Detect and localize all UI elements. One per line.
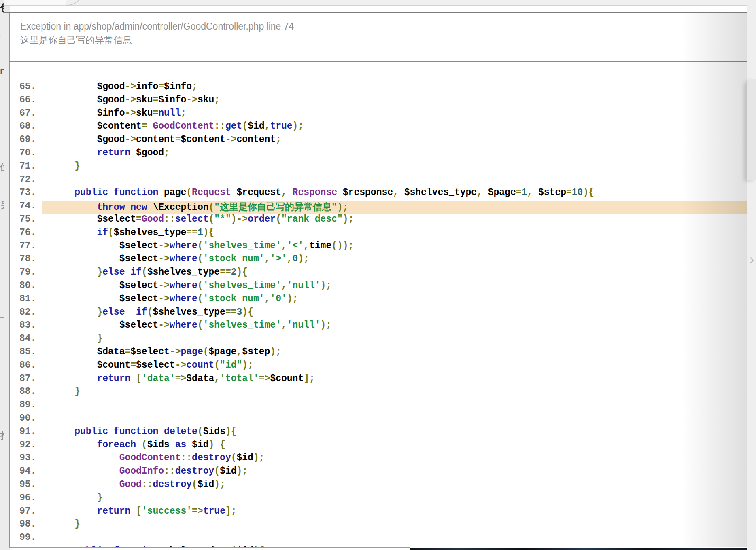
code-line: 82. }else if($shelves_type==3){ (10, 307, 747, 320)
code-text: $select->where('shelves_time','<',time()… (42, 241, 747, 254)
line-number: 86. (10, 360, 42, 373)
line-number: 89. (10, 400, 42, 413)
code-line: 83. $select->where('shelves_time','null'… (10, 320, 747, 333)
code-line: 88. } (10, 386, 747, 400)
line-number: 97. (10, 506, 42, 519)
line-number: 69. (10, 134, 42, 148)
line-number: 95. (10, 479, 42, 493)
line-number: 79. (10, 267, 42, 280)
code-text: return $good; (42, 148, 747, 161)
line-number: 83. (10, 320, 42, 333)
exception-header: Exception in app/shop/admin/controller/G… (10, 12, 747, 47)
page-edge-fragment: 上 (0, 308, 4, 321)
code-text: } (42, 161, 747, 174)
panel-bottom-border (9, 547, 410, 548)
code-line: 95. Good::destroy($id); (10, 479, 747, 493)
code-text (42, 413, 747, 426)
line-number: 75. (10, 214, 42, 227)
code-text (42, 174, 747, 188)
page-edge-fragment: 另 (0, 199, 4, 212)
code-text: }else if($shelves_type==3){ (42, 307, 747, 320)
code-text: } (42, 493, 747, 506)
code-line: 99. (10, 532, 747, 546)
line-number: 74. (10, 201, 42, 214)
code-line: 86. $count=$select->count("id"); (10, 360, 747, 373)
code-line: 97. return ['success'=>true]; (10, 506, 747, 519)
code-line: 68. $content= GoodContent::get($id,true)… (10, 121, 747, 134)
code-line: 73. public function page(Request $reques… (10, 187, 747, 201)
code-text: $select->where('shelves_time','null'); (42, 320, 747, 333)
page-right-card-corner (747, 79, 756, 180)
code-text: foreach ($ids as $id) { (42, 440, 747, 453)
code-text: } (42, 386, 747, 400)
page-edge-fragment: n (0, 66, 4, 76)
code-text: GoodInfo::destroy($id); (42, 466, 747, 479)
code-text: $good->content=$content->content; (42, 134, 747, 148)
code-text: }else if($shelves_type==2){ (42, 267, 747, 280)
code-text: return ['data'=>$data,'total'=>$count]; (42, 373, 747, 387)
code-line: 90. (10, 413, 747, 426)
code-text: throw new \Exception("这里是你自己写的异常信息"); (42, 201, 747, 214)
code-text: $good->sku=$info->sku; (42, 95, 747, 108)
page-bottom-dark-bar (410, 548, 747, 550)
code-line: 66. $good->sku=$info->sku; (10, 95, 747, 108)
code-text (42, 400, 747, 413)
line-number: 66. (10, 95, 42, 108)
code-line: 78. $select->where('stock_num','>',0); (10, 254, 747, 267)
code-line: 91. public function delete($ids){ (10, 426, 747, 440)
code-text: Good::destroy($id); (42, 479, 747, 493)
browser-tab (4, 0, 66, 5)
line-number: 80. (10, 280, 42, 294)
code-line: 70. return $good; (10, 148, 747, 161)
page-top-strip (4, 0, 756, 6)
code-text: $good->info=$info; (42, 81, 747, 95)
line-number: 82. (10, 307, 42, 320)
code-line: 85. $data=$select->page($page,$step); (10, 347, 747, 360)
line-number: 91. (10, 426, 42, 440)
page-edge-fragment: 位 (0, 161, 4, 173)
code-text: if($shelves_type==1){ (42, 227, 747, 241)
browser-tab-edge (65, 0, 81, 6)
code-line: 89. (10, 400, 747, 413)
code-text: } (42, 519, 747, 532)
code-line: 69. $good->content=$content->content; (10, 134, 747, 148)
line-number: 76. (10, 227, 42, 241)
line-number: 96. (10, 493, 42, 506)
line-number: 65. (10, 81, 42, 95)
line-number: 98. (10, 519, 42, 532)
header-separator (9, 61, 756, 62)
line-number: 87. (10, 373, 42, 387)
code-line: 87. return ['data'=>$data,'total'=>$coun… (10, 373, 747, 387)
line-number: 92. (10, 440, 42, 453)
code-line: 77. $select->where('shelves_time','<',ti… (10, 241, 747, 254)
line-number: 72. (10, 174, 42, 188)
page-edge-fragment: □ (0, 30, 4, 41)
line-number: 68. (10, 121, 42, 134)
code-text: $select=Good::select("*")->order("rank d… (42, 214, 747, 227)
exception-message: 这里是你自己写的异常信息 (20, 33, 747, 47)
page-edge-fragment: 包 (0, 2, 4, 14)
code-text: public function delete($ids){ (42, 426, 747, 440)
code-text: $select->where('stock_num','0'); (42, 294, 747, 307)
code-line: 81. $select->where('stock_num','0'); (10, 294, 747, 307)
code-text: $content= GoodContent::get($id,true); (42, 121, 747, 134)
code-line: 76. if($shelves_type==1){ (10, 227, 747, 241)
line-number: 77. (10, 241, 42, 254)
page-edge-fragment: 扌 (0, 429, 4, 442)
code-line: 93. GoodContent::destroy($id); (10, 453, 747, 466)
next-chevron-icon[interactable]: › (748, 251, 756, 269)
highlighted-code-line: 74. throw new \Exception("这里是你自己写的异常信息")… (10, 201, 747, 214)
code-line: 98. } (10, 519, 747, 532)
code-line: 67. $info->sku=null; (10, 108, 747, 121)
code-text (42, 532, 747, 546)
line-number: 78. (10, 254, 42, 267)
line-number: 67. (10, 108, 42, 121)
page-left-edge: 包□n位另上扌 (0, 0, 10, 550)
code-text: return ['success'=>true]; (42, 506, 747, 519)
code-line: 79. }else if($shelves_type==2){ (10, 267, 747, 280)
code-text: $select->where('stock_num','>',0); (42, 254, 747, 267)
code-line: 92. foreach ($ids as $id) { (10, 440, 747, 453)
code-listing: 65. $good->info=$info;66. $good->sku=$in… (10, 63, 747, 547)
code-text: $info->sku=null; (42, 108, 747, 121)
line-number: 94. (10, 466, 42, 479)
